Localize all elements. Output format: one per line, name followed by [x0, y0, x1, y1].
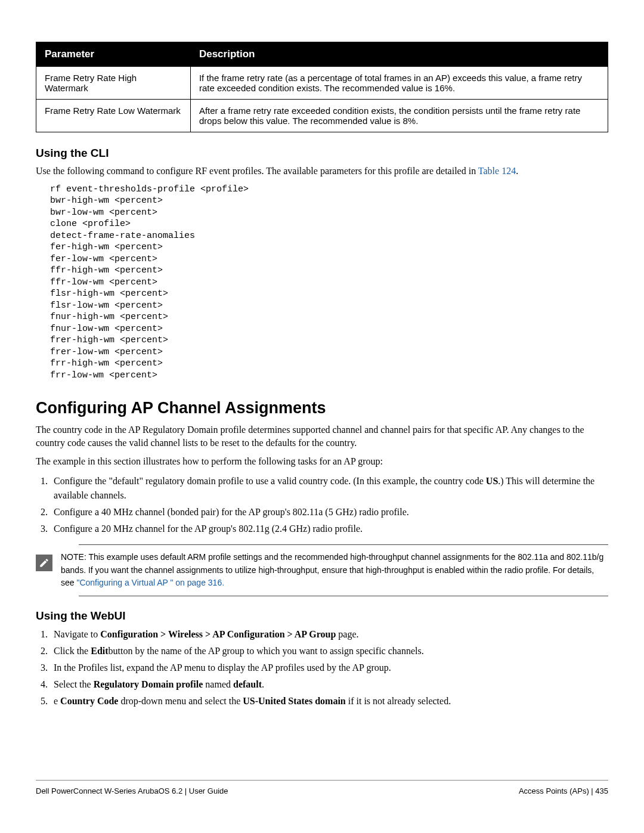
- header-description: Description: [190, 42, 608, 67]
- footer-right: Access Points (APs) | 435: [519, 786, 608, 795]
- pencil-icon: [36, 555, 52, 571]
- step-bold: Configuration > Wireless > AP Configurat…: [100, 629, 336, 639]
- step-bold: US-United States domain: [243, 696, 345, 706]
- step-text: named: [203, 679, 233, 689]
- subheading-using-cli: Using the CLI: [36, 147, 608, 160]
- step-bold: Country Code: [60, 696, 118, 706]
- list-item: Configure a 40 MHz channel (bonded pair)…: [50, 505, 608, 519]
- step-text: page.: [336, 629, 358, 639]
- step-text: Select the: [54, 679, 94, 689]
- table-header-row: Parameter Description: [36, 42, 608, 67]
- cli-intro-paragraph: Use the following command to configure R…: [36, 165, 608, 178]
- webui-steps: Navigate to Configuration > Wireless > A…: [36, 627, 608, 708]
- list-item: Configure a 20 MHz channel for the AP gr…: [50, 522, 608, 536]
- cell-param: Frame Retry Rate High Watermark: [36, 67, 191, 100]
- cell-desc: After a frame retry rate exceeded condit…: [190, 100, 608, 132]
- list-item: e Country Code drop-down menu and select…: [50, 694, 608, 708]
- step-text: Navigate to: [54, 629, 100, 639]
- subheading-using-webui: Using the WebUI: [36, 609, 608, 623]
- cli-code-block: rf event-thresholds-profile <profile> bw…: [50, 184, 608, 382]
- step-text: button by the name of the AP group to wh…: [109, 646, 424, 656]
- parameter-table: Parameter Description Frame Retry Rate H…: [36, 42, 608, 132]
- task-list: Configure the "default" regulatory domai…: [36, 474, 608, 536]
- list-item: Select the Regulatory Domain profile nam…: [50, 677, 608, 692]
- note-link[interactable]: "Configuring a Virtual AP " on page 316.: [76, 578, 224, 587]
- step-bold: Edit: [91, 646, 108, 656]
- list-item: Click the Editbutton by the name of the …: [50, 644, 608, 658]
- cell-desc: If the frame retry rate (as a percentage…: [190, 67, 608, 100]
- list-item: In the Profiles list, expand the AP menu…: [50, 661, 608, 675]
- section-paragraph-1: The country code in the AP Regulatory Do…: [36, 423, 608, 449]
- table-row: Frame Retry Rate Low Watermark After a f…: [36, 100, 608, 132]
- cli-intro-text: Use the following command to configure R…: [36, 166, 478, 176]
- note-text: NOTE: This example uses default ARM prof…: [61, 551, 608, 590]
- step-text: Configure the "default" regulatory domai…: [54, 476, 486, 486]
- footer-left: Dell PowerConnect W-Series ArubaOS 6.2 |…: [36, 786, 228, 795]
- section-heading: Configuring AP Channel Assignments: [36, 399, 608, 417]
- list-item: Navigate to Configuration > Wireless > A…: [50, 627, 608, 642]
- cli-intro-post: .: [516, 166, 518, 176]
- cell-param: Frame Retry Rate Low Watermark: [36, 100, 191, 132]
- page-footer: Dell PowerConnect W-Series ArubaOS 6.2 |…: [36, 780, 608, 795]
- table-link[interactable]: Table 124: [478, 166, 516, 176]
- header-parameter: Parameter: [36, 42, 191, 67]
- step-text: .: [262, 679, 264, 689]
- list-item: Configure the "default" regulatory domai…: [50, 474, 608, 503]
- step-bold: US: [486, 476, 498, 486]
- step-text: Click the: [54, 646, 91, 656]
- step-text: drop-down menu and select the: [118, 696, 243, 706]
- step-text: e: [54, 696, 60, 706]
- note-box: NOTE: This example uses default ARM prof…: [79, 544, 608, 596]
- step-bold: default: [233, 679, 262, 689]
- section-paragraph-2: The example in this section illustrates …: [36, 455, 608, 468]
- step-text: if it is not already selected.: [346, 696, 451, 706]
- table-row: Frame Retry Rate High Watermark If the f…: [36, 67, 608, 100]
- step-bold: Regulatory Domain profile: [94, 679, 203, 689]
